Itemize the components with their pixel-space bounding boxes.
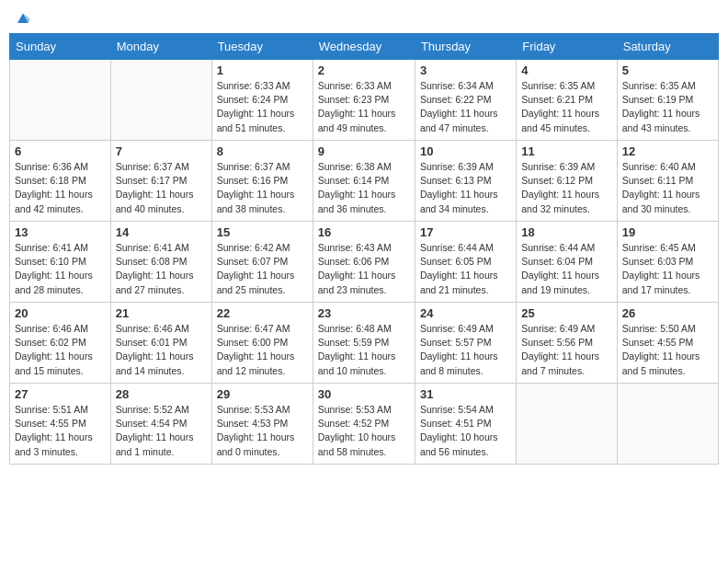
- day-info: Sunrise: 6:44 AM Sunset: 6:04 PM Dayligh…: [521, 241, 611, 297]
- day-info: Sunrise: 6:39 AM Sunset: 6:13 PM Dayligh…: [420, 160, 511, 216]
- day-number: 12: [622, 144, 713, 158]
- day-info: Sunrise: 6:35 AM Sunset: 6:19 PM Dayligh…: [622, 79, 713, 135]
- day-number: 9: [318, 144, 410, 158]
- calendar-cell: 17Sunrise: 6:44 AM Sunset: 6:05 PM Dayli…: [415, 222, 516, 303]
- day-number: 11: [521, 144, 611, 158]
- day-number: 28: [116, 387, 207, 401]
- week-row-2: 6Sunrise: 6:36 AM Sunset: 6:18 PM Daylig…: [10, 141, 719, 222]
- day-number: 29: [217, 387, 308, 401]
- day-info: Sunrise: 6:47 AM Sunset: 6:00 PM Dayligh…: [217, 322, 308, 378]
- calendar-cell: 6Sunrise: 6:36 AM Sunset: 6:18 PM Daylig…: [10, 141, 111, 222]
- calendar-cell: 18Sunrise: 6:44 AM Sunset: 6:04 PM Dayli…: [517, 222, 617, 303]
- column-header-sunday: Sunday: [10, 34, 111, 60]
- calendar-cell: 4Sunrise: 6:35 AM Sunset: 6:21 PM Daylig…: [517, 60, 617, 141]
- day-info: Sunrise: 6:41 AM Sunset: 6:08 PM Dayligh…: [116, 241, 207, 297]
- column-header-saturday: Saturday: [617, 34, 718, 60]
- calendar-cell: 24Sunrise: 6:49 AM Sunset: 5:57 PM Dayli…: [415, 303, 516, 384]
- calendar-cell: 14Sunrise: 6:41 AM Sunset: 6:08 PM Dayli…: [110, 222, 211, 303]
- day-number: 3: [420, 63, 511, 77]
- day-number: 19: [622, 225, 713, 239]
- day-info: Sunrise: 6:49 AM Sunset: 5:56 PM Dayligh…: [521, 322, 611, 378]
- day-info: Sunrise: 6:38 AM Sunset: 6:14 PM Dayligh…: [318, 160, 410, 216]
- day-number: 26: [622, 306, 713, 320]
- calendar-cell: 27Sunrise: 5:51 AM Sunset: 4:55 PM Dayli…: [10, 384, 111, 465]
- day-info: Sunrise: 6:40 AM Sunset: 6:11 PM Dayligh…: [622, 160, 713, 216]
- calendar-cell: 25Sunrise: 6:49 AM Sunset: 5:56 PM Dayli…: [517, 303, 617, 384]
- day-number: 30: [318, 387, 410, 401]
- calendar-cell: 5Sunrise: 6:35 AM Sunset: 6:19 PM Daylig…: [617, 60, 718, 141]
- day-info: Sunrise: 5:54 AM Sunset: 4:51 PM Dayligh…: [420, 403, 511, 459]
- calendar-cell: 7Sunrise: 6:37 AM Sunset: 6:17 PM Daylig…: [110, 141, 211, 222]
- day-number: 20: [15, 306, 106, 320]
- column-header-thursday: Thursday: [415, 34, 516, 60]
- column-header-wednesday: Wednesday: [313, 34, 415, 60]
- calendar-cell: 21Sunrise: 6:46 AM Sunset: 6:01 PM Dayli…: [110, 303, 211, 384]
- page-header: [9, 9, 719, 26]
- calendar-cell: 29Sunrise: 5:53 AM Sunset: 4:53 PM Dayli…: [211, 384, 313, 465]
- column-header-tuesday: Tuesday: [211, 34, 313, 60]
- calendar-cell: 15Sunrise: 6:42 AM Sunset: 6:07 PM Dayli…: [211, 222, 313, 303]
- day-info: Sunrise: 6:39 AM Sunset: 6:12 PM Dayligh…: [521, 160, 611, 216]
- day-info: Sunrise: 5:53 AM Sunset: 4:52 PM Dayligh…: [318, 403, 410, 459]
- week-row-1: 1Sunrise: 6:33 AM Sunset: 6:24 PM Daylig…: [10, 60, 719, 141]
- calendar-cell: [110, 60, 211, 141]
- day-info: Sunrise: 5:50 AM Sunset: 4:55 PM Dayligh…: [622, 322, 713, 378]
- day-info: Sunrise: 6:41 AM Sunset: 6:10 PM Dayligh…: [15, 241, 106, 297]
- calendar-cell: 22Sunrise: 6:47 AM Sunset: 6:00 PM Dayli…: [211, 303, 313, 384]
- day-info: Sunrise: 6:49 AM Sunset: 5:57 PM Dayligh…: [420, 322, 511, 378]
- calendar-cell: 20Sunrise: 6:46 AM Sunset: 6:02 PM Dayli…: [10, 303, 111, 384]
- week-row-4: 20Sunrise: 6:46 AM Sunset: 6:02 PM Dayli…: [10, 303, 719, 384]
- day-number: 23: [318, 306, 410, 320]
- day-number: 14: [116, 225, 207, 239]
- day-info: Sunrise: 6:35 AM Sunset: 6:21 PM Dayligh…: [521, 79, 611, 135]
- day-info: Sunrise: 6:46 AM Sunset: 6:02 PM Dayligh…: [15, 322, 106, 378]
- day-info: Sunrise: 6:46 AM Sunset: 6:01 PM Dayligh…: [116, 322, 207, 378]
- day-number: 10: [420, 144, 511, 158]
- day-info: Sunrise: 6:45 AM Sunset: 6:03 PM Dayligh…: [622, 241, 713, 297]
- calendar-cell: [517, 384, 617, 465]
- day-info: Sunrise: 5:53 AM Sunset: 4:53 PM Dayligh…: [217, 403, 308, 459]
- day-number: 25: [521, 306, 611, 320]
- calendar-cell: 26Sunrise: 5:50 AM Sunset: 4:55 PM Dayli…: [617, 303, 718, 384]
- day-number: 17: [420, 225, 511, 239]
- calendar-cell: 30Sunrise: 5:53 AM Sunset: 4:52 PM Dayli…: [313, 384, 415, 465]
- calendar-cell: [10, 60, 111, 141]
- week-row-3: 13Sunrise: 6:41 AM Sunset: 6:10 PM Dayli…: [10, 222, 719, 303]
- day-info: Sunrise: 6:42 AM Sunset: 6:07 PM Dayligh…: [217, 241, 308, 297]
- day-number: 13: [15, 225, 106, 239]
- calendar-cell: 13Sunrise: 6:41 AM Sunset: 6:10 PM Dayli…: [10, 222, 111, 303]
- day-info: Sunrise: 5:51 AM Sunset: 4:55 PM Dayligh…: [15, 403, 106, 459]
- day-info: Sunrise: 6:37 AM Sunset: 6:17 PM Dayligh…: [116, 160, 207, 216]
- calendar-cell: 3Sunrise: 6:34 AM Sunset: 6:22 PM Daylig…: [415, 60, 516, 141]
- day-info: Sunrise: 6:33 AM Sunset: 6:24 PM Dayligh…: [217, 79, 308, 135]
- calendar-cell: 19Sunrise: 6:45 AM Sunset: 6:03 PM Dayli…: [617, 222, 718, 303]
- day-number: 5: [622, 63, 713, 77]
- day-number: 24: [420, 306, 511, 320]
- day-info: Sunrise: 6:37 AM Sunset: 6:16 PM Dayligh…: [217, 160, 308, 216]
- logo: [13, 9, 31, 26]
- calendar-header-row: SundayMondayTuesdayWednesdayThursdayFrid…: [10, 34, 719, 60]
- day-number: 16: [318, 225, 410, 239]
- calendar-cell: 31Sunrise: 5:54 AM Sunset: 4:51 PM Dayli…: [415, 384, 516, 465]
- week-row-5: 27Sunrise: 5:51 AM Sunset: 4:55 PM Dayli…: [10, 384, 719, 465]
- day-info: Sunrise: 5:52 AM Sunset: 4:54 PM Dayligh…: [116, 403, 207, 459]
- calendar-cell: 2Sunrise: 6:33 AM Sunset: 6:23 PM Daylig…: [313, 60, 415, 141]
- calendar-cell: 11Sunrise: 6:39 AM Sunset: 6:12 PM Dayli…: [517, 141, 617, 222]
- day-number: 4: [521, 63, 611, 77]
- calendar-cell: 10Sunrise: 6:39 AM Sunset: 6:13 PM Dayli…: [415, 141, 516, 222]
- day-info: Sunrise: 6:43 AM Sunset: 6:06 PM Dayligh…: [318, 241, 410, 297]
- column-header-monday: Monday: [110, 34, 211, 60]
- day-info: Sunrise: 6:33 AM Sunset: 6:23 PM Dayligh…: [318, 79, 410, 135]
- calendar-cell: [617, 384, 718, 465]
- day-number: 1: [217, 63, 308, 77]
- day-number: 15: [217, 225, 308, 239]
- calendar-cell: 9Sunrise: 6:38 AM Sunset: 6:14 PM Daylig…: [313, 141, 415, 222]
- day-info: Sunrise: 6:44 AM Sunset: 6:05 PM Dayligh…: [420, 241, 511, 297]
- day-number: 27: [15, 387, 106, 401]
- calendar-cell: 1Sunrise: 6:33 AM Sunset: 6:24 PM Daylig…: [211, 60, 313, 141]
- day-number: 31: [420, 387, 511, 401]
- calendar-table: SundayMondayTuesdayWednesdayThursdayFrid…: [9, 33, 719, 465]
- day-number: 22: [217, 306, 308, 320]
- day-number: 6: [15, 144, 106, 158]
- day-info: Sunrise: 6:48 AM Sunset: 5:59 PM Dayligh…: [318, 322, 410, 378]
